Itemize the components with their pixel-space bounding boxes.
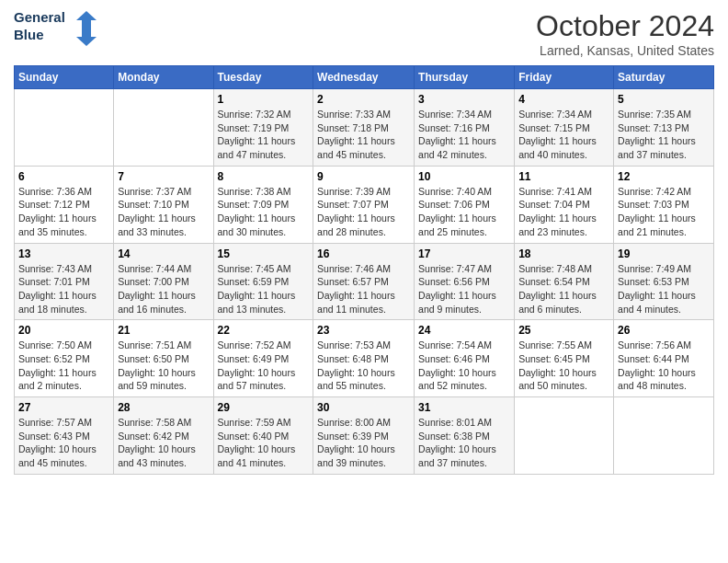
day-number: 29 <box>218 401 310 414</box>
day-info: Sunrise: 7:53 AMSunset: 6:48 PMDaylight:… <box>317 339 410 393</box>
day-number: 8 <box>218 170 310 183</box>
calendar-cell: 2Sunrise: 7:33 AMSunset: 7:18 PMDaylight… <box>313 89 415 167</box>
calendar-cell <box>114 89 213 167</box>
calendar-cell: 24Sunrise: 7:54 AMSunset: 6:46 PMDayligh… <box>415 320 515 397</box>
day-info: Sunrise: 7:38 AMSunset: 7:09 PMDaylight:… <box>218 185 310 239</box>
day-info: Sunrise: 7:35 AMSunset: 7:13 PMDaylight:… <box>618 108 710 162</box>
calendar-cell: 28Sunrise: 7:58 AMSunset: 6:42 PMDayligh… <box>114 397 213 475</box>
day-info: Sunrise: 7:51 AMSunset: 6:50 PMDaylight:… <box>118 339 209 393</box>
logo-arrow-icon <box>76 11 97 50</box>
day-info: Sunrise: 7:46 AMSunset: 6:57 PMDaylight:… <box>317 262 410 316</box>
calendar-cell: 5Sunrise: 7:35 AMSunset: 7:13 PMDaylight… <box>614 89 714 167</box>
calendar-week-row: 27Sunrise: 7:57 AMSunset: 6:43 PMDayligh… <box>15 397 714 475</box>
day-of-week-header: Wednesday <box>313 66 415 89</box>
day-number: 18 <box>518 247 609 260</box>
day-number: 20 <box>18 324 109 337</box>
calendar-cell: 13Sunrise: 7:43 AMSunset: 7:01 PMDayligh… <box>15 243 114 320</box>
logo-text: General Blue <box>14 9 65 44</box>
calendar-table: SundayMondayTuesdayWednesdayThursdayFrid… <box>14 65 714 475</box>
calendar-cell: 10Sunrise: 7:40 AMSunset: 7:06 PMDayligh… <box>415 166 515 243</box>
day-number: 22 <box>218 324 310 337</box>
svg-marker-0 <box>76 11 97 46</box>
day-number: 27 <box>18 401 109 414</box>
day-number: 16 <box>317 247 410 260</box>
day-info: Sunrise: 7:40 AMSunset: 7:06 PMDaylight:… <box>418 185 510 239</box>
calendar-cell: 9Sunrise: 7:39 AMSunset: 7:07 PMDaylight… <box>313 166 415 243</box>
day-info: Sunrise: 7:34 AMSunset: 7:16 PMDaylight:… <box>418 108 510 162</box>
day-of-week-header: Tuesday <box>213 66 313 89</box>
calendar-cell: 16Sunrise: 7:46 AMSunset: 6:57 PMDayligh… <box>313 243 415 320</box>
day-of-week-header: Sunday <box>15 66 114 89</box>
day-number: 9 <box>317 170 410 183</box>
calendar-week-row: 6Sunrise: 7:36 AMSunset: 7:12 PMDaylight… <box>15 166 714 243</box>
calendar-cell <box>15 89 114 167</box>
logo: General Blue <box>14 9 97 51</box>
day-info: Sunrise: 7:55 AMSunset: 6:45 PMDaylight:… <box>518 339 609 393</box>
day-info: Sunrise: 7:56 AMSunset: 6:44 PMDaylight:… <box>618 339 710 393</box>
day-info: Sunrise: 7:48 AMSunset: 6:54 PMDaylight:… <box>518 262 609 316</box>
day-number: 7 <box>118 170 209 183</box>
day-number: 19 <box>618 247 710 260</box>
calendar-cell: 21Sunrise: 7:51 AMSunset: 6:50 PMDayligh… <box>114 320 213 397</box>
day-info: Sunrise: 7:32 AMSunset: 7:19 PMDaylight:… <box>218 108 310 162</box>
calendar-cell: 22Sunrise: 7:52 AMSunset: 6:49 PMDayligh… <box>213 320 313 397</box>
day-info: Sunrise: 7:43 AMSunset: 7:01 PMDaylight:… <box>18 262 109 316</box>
calendar-cell: 4Sunrise: 7:34 AMSunset: 7:15 PMDaylight… <box>515 89 614 167</box>
calendar-cell: 31Sunrise: 8:01 AMSunset: 6:38 PMDayligh… <box>415 397 515 475</box>
calendar-week-row: 1Sunrise: 7:32 AMSunset: 7:19 PMDaylight… <box>15 89 714 167</box>
day-number: 6 <box>18 170 109 183</box>
calendar-cell: 12Sunrise: 7:42 AMSunset: 7:03 PMDayligh… <box>614 166 714 243</box>
day-number: 5 <box>618 93 710 106</box>
day-number: 28 <box>118 401 209 414</box>
location-subtitle: Larned, Kansas, United States <box>536 43 714 58</box>
calendar-cell: 18Sunrise: 7:48 AMSunset: 6:54 PMDayligh… <box>515 243 614 320</box>
day-info: Sunrise: 7:45 AMSunset: 6:59 PMDaylight:… <box>218 262 310 316</box>
day-number: 13 <box>18 247 109 260</box>
day-of-week-header: Thursday <box>415 66 515 89</box>
day-number: 11 <box>518 170 609 183</box>
day-info: Sunrise: 7:58 AMSunset: 6:42 PMDaylight:… <box>118 416 209 470</box>
day-info: Sunrise: 7:34 AMSunset: 7:15 PMDaylight:… <box>518 108 609 162</box>
day-number: 3 <box>418 93 510 106</box>
day-number: 4 <box>518 93 609 106</box>
day-number: 17 <box>418 247 510 260</box>
day-number: 2 <box>317 93 410 106</box>
page-header: General Blue October 2024 Larned, Kansas… <box>14 9 714 58</box>
day-info: Sunrise: 8:01 AMSunset: 6:38 PMDaylight:… <box>418 416 510 470</box>
day-info: Sunrise: 7:54 AMSunset: 6:46 PMDaylight:… <box>418 339 510 393</box>
calendar-week-row: 20Sunrise: 7:50 AMSunset: 6:52 PMDayligh… <box>15 320 714 397</box>
calendar-cell: 30Sunrise: 8:00 AMSunset: 6:39 PMDayligh… <box>313 397 415 475</box>
day-info: Sunrise: 7:57 AMSunset: 6:43 PMDaylight:… <box>18 416 109 470</box>
calendar-cell <box>614 397 714 475</box>
calendar-cell: 17Sunrise: 7:47 AMSunset: 6:56 PMDayligh… <box>415 243 515 320</box>
day-info: Sunrise: 7:37 AMSunset: 7:10 PMDaylight:… <box>118 185 209 239</box>
calendar-cell: 25Sunrise: 7:55 AMSunset: 6:45 PMDayligh… <box>515 320 614 397</box>
calendar-week-row: 13Sunrise: 7:43 AMSunset: 7:01 PMDayligh… <box>15 243 714 320</box>
day-number: 21 <box>118 324 209 337</box>
day-number: 26 <box>618 324 710 337</box>
day-info: Sunrise: 7:52 AMSunset: 6:49 PMDaylight:… <box>218 339 310 393</box>
day-number: 24 <box>418 324 510 337</box>
day-number: 30 <box>317 401 410 414</box>
day-of-week-header: Friday <box>515 66 614 89</box>
calendar-cell: 20Sunrise: 7:50 AMSunset: 6:52 PMDayligh… <box>15 320 114 397</box>
day-info: Sunrise: 8:00 AMSunset: 6:39 PMDaylight:… <box>317 416 410 470</box>
day-info: Sunrise: 7:47 AMSunset: 6:56 PMDaylight:… <box>418 262 510 316</box>
calendar-cell <box>515 397 614 475</box>
day-info: Sunrise: 7:42 AMSunset: 7:03 PMDaylight:… <box>618 185 710 239</box>
day-info: Sunrise: 7:49 AMSunset: 6:53 PMDaylight:… <box>618 262 710 316</box>
day-info: Sunrise: 7:36 AMSunset: 7:12 PMDaylight:… <box>18 185 109 239</box>
calendar-cell: 7Sunrise: 7:37 AMSunset: 7:10 PMDaylight… <box>114 166 213 243</box>
calendar-cell: 23Sunrise: 7:53 AMSunset: 6:48 PMDayligh… <box>313 320 415 397</box>
calendar-cell: 15Sunrise: 7:45 AMSunset: 6:59 PMDayligh… <box>213 243 313 320</box>
calendar-cell: 3Sunrise: 7:34 AMSunset: 7:16 PMDaylight… <box>415 89 515 167</box>
day-info: Sunrise: 7:59 AMSunset: 6:40 PMDaylight:… <box>218 416 310 470</box>
day-of-week-header: Monday <box>114 66 213 89</box>
day-of-week-header: Saturday <box>614 66 714 89</box>
day-number: 25 <box>518 324 609 337</box>
month-title: October 2024 <box>536 9 714 43</box>
day-info: Sunrise: 7:33 AMSunset: 7:18 PMDaylight:… <box>317 108 410 162</box>
day-info: Sunrise: 7:44 AMSunset: 7:00 PMDaylight:… <box>118 262 209 316</box>
day-info: Sunrise: 7:39 AMSunset: 7:07 PMDaylight:… <box>317 185 410 239</box>
day-number: 10 <box>418 170 510 183</box>
